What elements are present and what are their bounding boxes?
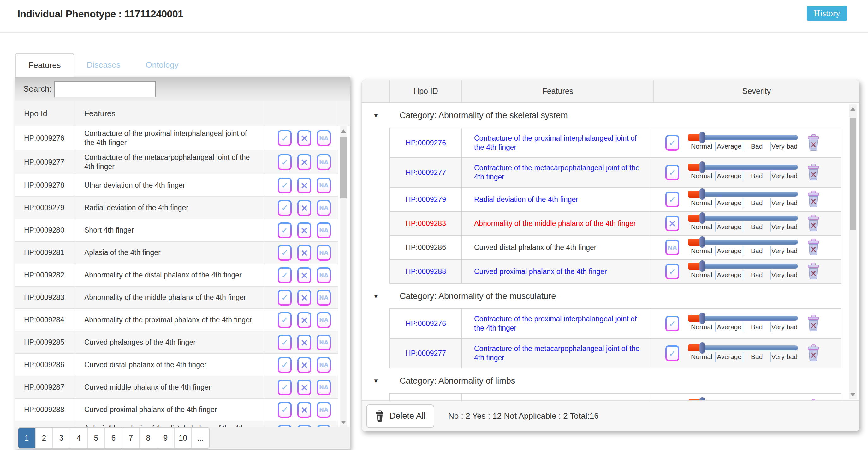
delete-row-button[interactable] [807, 238, 820, 257]
slider-thumb[interactable] [700, 236, 705, 248]
mark-yes-button[interactable]: ✓ [278, 312, 292, 328]
slider-thumb[interactable] [700, 213, 705, 224]
scroll-up-arrow-icon[interactable] [340, 126, 347, 135]
delete-row-button[interactable] [807, 215, 820, 232]
mark-na-button[interactable]: NA [317, 312, 331, 328]
slider-thumb[interactable] [700, 162, 705, 173]
scroll-down-arrow-icon[interactable] [849, 390, 857, 399]
tab-diseases[interactable]: Diseases [74, 53, 133, 77]
delete-row-button[interactable] [807, 262, 820, 281]
mark-no-button[interactable]: × [297, 200, 311, 216]
delete-row-button[interactable] [807, 315, 820, 333]
slider-thumb[interactable] [700, 132, 705, 143]
mark-na-button[interactable]: NA [317, 402, 331, 418]
slider-track[interactable] [688, 345, 798, 350]
mark-na-button[interactable]: NA [317, 425, 331, 427]
page-button-...[interactable]: ... [192, 428, 209, 448]
slider-thumb[interactable] [700, 188, 705, 200]
hpo-id-link[interactable]: HP:0009277 [390, 339, 462, 368]
delete-row-button[interactable] [807, 344, 820, 363]
page-button-8[interactable]: 8 [140, 428, 157, 448]
hpo-id-link[interactable]: HP:0009286 [390, 236, 462, 259]
slider-track[interactable] [688, 316, 798, 321]
mark-na-button[interactable]: NA [317, 223, 331, 238]
slider-track[interactable] [688, 216, 798, 221]
mark-no-button[interactable]: × [297, 245, 311, 261]
feature-link[interactable]: Contracture of the proximal interphalang… [462, 128, 651, 158]
collapse-caret-icon[interactable]: ▼ [362, 377, 390, 385]
tab-features[interactable]: Features [15, 53, 74, 77]
mark-yes-button[interactable]: ✓ [278, 200, 292, 216]
history-button[interactable]: History [807, 6, 847, 21]
search-input[interactable] [54, 81, 156, 97]
scroll-up-arrow-icon[interactable] [849, 104, 857, 113]
mark-yes-button[interactable]: ✓ [278, 379, 292, 395]
severity-slider[interactable]: NormalAverageBadVery bad [688, 240, 798, 256]
severity-slider[interactable]: NormalAverageBadVery bad [688, 165, 798, 181]
right-scrollbar[interactable] [849, 104, 857, 399]
mark-no-button[interactable]: × [297, 357, 311, 373]
page-button-1[interactable]: 1 [18, 428, 36, 448]
left-scrollbar[interactable] [340, 126, 347, 427]
mark-no-button[interactable]: × [297, 379, 311, 395]
left-scrollbar-thumb[interactable] [340, 137, 347, 198]
feature-link[interactable]: Abnormality of the middle phalanx of the… [462, 212, 651, 235]
feature-link[interactable]: Curved distal phalanx of the 4th finger [462, 236, 651, 259]
page-button-2[interactable]: 2 [36, 428, 53, 448]
mark-na-button[interactable]: NA [317, 200, 331, 216]
mark-no-button[interactable]: × [297, 177, 311, 193]
feature-link[interactable]: Contracture of the proximal interphalang… [462, 394, 651, 400]
mark-yes-button[interactable]: ✓ [278, 335, 292, 350]
collapse-caret-icon[interactable]: ▼ [362, 112, 390, 119]
page-button-7[interactable]: 7 [122, 428, 140, 448]
mark-no-button[interactable]: × [297, 130, 311, 146]
mark-na-button[interactable]: NA [317, 130, 331, 146]
severity-slider[interactable]: NormalAverageBadVery bad [688, 135, 798, 151]
mark-yes-button[interactable]: ✓ [278, 245, 292, 261]
delete-row-button[interactable] [807, 134, 820, 152]
scroll-down-arrow-icon[interactable] [340, 418, 347, 427]
mark-no-button[interactable]: × [297, 425, 311, 427]
delete-row-button[interactable] [807, 164, 820, 182]
severity-slider[interactable]: NormalAverageBadVery bad [688, 400, 798, 401]
tab-ontology[interactable]: Ontology [133, 53, 191, 77]
mark-yes-button[interactable]: ✓ [278, 268, 292, 283]
mark-na-button[interactable]: NA [317, 290, 331, 306]
slider-thumb[interactable] [700, 260, 705, 272]
hpo-id-link[interactable]: HP:0009283 [390, 212, 462, 235]
mark-yes-button[interactable]: ✓ [278, 130, 292, 146]
delete-all-button[interactable]: Delete All [366, 404, 434, 428]
page-button-5[interactable]: 5 [88, 428, 105, 448]
page-button-9[interactable]: 9 [157, 428, 175, 448]
mark-yes-button[interactable]: ✓ [278, 402, 292, 418]
mark-yes-button[interactable]: ✓ [278, 357, 292, 373]
mark-yes-button[interactable]: ✓ [278, 425, 292, 427]
mark-yes-button[interactable]: ✓ [278, 223, 292, 238]
hpo-id-link[interactable]: HP:0009277 [390, 158, 462, 187]
severity-slider[interactable]: NormalAverageBadVery bad [688, 263, 798, 280]
mark-no-button[interactable]: × [297, 268, 311, 283]
hpo-id-link[interactable]: HP:0009279 [390, 188, 462, 211]
hpo-id-link[interactable]: HP:0009276 [390, 309, 462, 338]
mark-no-button[interactable]: × [297, 223, 311, 238]
feature-link[interactable]: Contracture of the metacarpophalangeal j… [462, 339, 651, 368]
feature-link[interactable]: Radial deviation of the 4th finger [462, 188, 651, 211]
delete-row-button[interactable] [807, 399, 820, 401]
hpo-id-link[interactable]: HP:0009276 [390, 128, 462, 158]
mark-yes-button[interactable]: ✓ [278, 154, 292, 170]
mark-no-button[interactable]: × [297, 402, 311, 418]
slider-track[interactable] [688, 165, 798, 170]
mark-no-button[interactable]: × [297, 335, 311, 350]
page-button-10[interactable]: 10 [175, 428, 192, 448]
severity-slider[interactable]: NormalAverageBadVery bad [688, 345, 798, 362]
page-button-6[interactable]: 6 [105, 428, 122, 448]
feature-link[interactable]: Contracture of the proximal interphalang… [462, 309, 651, 338]
severity-slider[interactable]: NormalAverageBadVery bad [688, 192, 798, 207]
mark-yes-button[interactable]: ✓ [278, 177, 292, 193]
mark-no-button[interactable]: × [297, 154, 311, 170]
page-button-3[interactable]: 3 [53, 428, 70, 448]
slider-thumb[interactable] [700, 342, 705, 354]
slider-track[interactable] [688, 240, 798, 245]
severity-slider[interactable]: NormalAverageBadVery bad [688, 316, 798, 332]
collapse-caret-icon[interactable]: ▼ [362, 292, 390, 300]
